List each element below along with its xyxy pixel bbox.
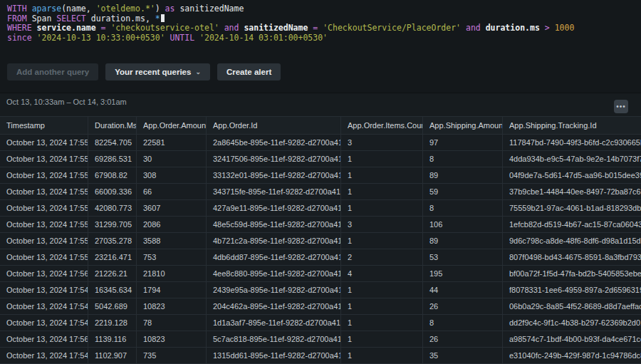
table-cell: 66: [137, 184, 207, 199]
results-table: TimestampDuration.Ms↓App.Order.AmountApp…: [0, 116, 641, 364]
table-row[interactable]: October 13, 2024 17:55:4042080.773360742…: [0, 200, 641, 217]
table-cell: 10823: [137, 331, 207, 347]
column-header-app-order-items-count[interactable]: App.Order.Items.Count: [341, 117, 423, 134]
table-row[interactable]: October 13, 2024 17:56:241139.116108235c…: [0, 331, 641, 348]
code-token: and: [461, 23, 486, 33]
add-another-query-button[interactable]: Add another query: [7, 63, 98, 80]
column-header-timestamp[interactable]: Timestamp: [0, 117, 88, 134]
table-cell: 67908.82: [88, 167, 137, 183]
table-row[interactable]: October 13, 2024 17:55:5131299.705208648…: [0, 217, 641, 233]
table-cell: 1: [341, 298, 423, 314]
table-row[interactable]: October 13, 2024 17:55:1467908.823083313…: [0, 167, 641, 184]
code-token: WHERE: [7, 23, 37, 33]
table-row[interactable]: October 13, 2024 17:54:4916345.634179424…: [0, 282, 641, 298]
table-cell: 1: [341, 184, 423, 199]
recent-queries-button[interactable]: Your recent queries ⌄: [105, 63, 210, 80]
table-cell: 42080.773: [88, 200, 137, 216]
table-cell: 5c7ac818-895e-11ef-9282-d2700a410197: [207, 331, 341, 347]
table-row[interactable]: October 13, 2024 17:54:435042.6891082320…: [0, 298, 641, 315]
table-cell: 21810: [137, 266, 207, 281]
table-cell: 1: [341, 167, 423, 183]
table-cell: 343715fe-895e-11ef-9282-d2700a410197: [207, 184, 341, 199]
table-cell: 66009.336: [88, 184, 137, 199]
column-header-app-shipping-amount[interactable]: App.Shipping.Amount: [423, 117, 503, 134]
results-panel: Oct 13, 10:33am – Oct 14, 3:01am ••• Tim…: [0, 93, 641, 364]
table-cell: 4dda934b-e9c5-47ab-9e2e-14b7073f7fae: [503, 151, 641, 167]
table-cell: 21226.21: [88, 266, 137, 281]
query-line: FROM Span SELECT duration.ms, *: [7, 14, 641, 24]
table-row[interactable]: October 13, 2024 17:54:372219.128781d1a3…: [0, 315, 641, 331]
table-cell: 807f0498-bd43-4675-8591-8a3fbd79346f: [503, 249, 641, 265]
column-header-label: App.Shipping.Amount: [429, 121, 503, 130]
table-cell: 4ee8c880-895e-11ef-9282-d2700a410197: [207, 266, 341, 281]
chevron-down-icon: ⌄: [195, 68, 201, 76]
table-cell: 75559b21-97ac-4061-b1ad-818293db4041: [503, 200, 641, 216]
table-cell: 69286.531: [88, 151, 137, 167]
code-token: =: [96, 23, 111, 33]
add-another-query-label: Add another query: [16, 68, 89, 76]
table-cell: 30: [137, 151, 207, 167]
code-token: >: [540, 23, 555, 33]
table-cell: 1794: [137, 282, 207, 298]
table-cell: 1: [341, 151, 423, 167]
table-cell: 04f9de7a-5d61-47d5-aa96-b015dee39833: [503, 167, 641, 183]
table-cell: 735: [137, 348, 207, 363]
table-header-row: TimestampDuration.Ms↓App.Order.AmountApp…: [0, 116, 641, 135]
table-cell: October 13, 2024 17:54:49: [0, 282, 88, 298]
code-token: 1000: [555, 23, 575, 33]
column-header-app-order-amount[interactable]: App.Order.Amount: [137, 117, 207, 134]
table-cell: October 13, 2024 17:55:16: [0, 184, 88, 199]
table-cell: e31040fc-249b-429f-987d-1c94786dc87f: [503, 348, 641, 363]
code-token: =: [308, 23, 323, 33]
column-header-label: App.Order.Items.Count: [348, 121, 423, 130]
table-cell: f8078331-1ee6-4959-897a-2d65963198d6: [503, 282, 641, 298]
table-cell: 27035.278: [88, 233, 137, 249]
column-header-duration-ms[interactable]: Duration.Ms↓: [88, 117, 137, 134]
query-line: since '2024-10-13 10:33:00+0530' UNTIL '…: [7, 33, 641, 43]
table-cell: 82254.705: [88, 135, 137, 150]
query-editor[interactable]: WITH aparse(name, 'oteldemo.*') as sanit…: [0, 0, 641, 61]
table-cell: 37b9cbe1-4484-40ee-8497-72ba87c6bc1b: [503, 184, 641, 199]
create-alert-button[interactable]: Create alert: [217, 63, 281, 80]
table-row[interactable]: October 13, 2024 17:55:1369286.531303241…: [0, 151, 641, 167]
table-cell: 427a9e11-895e-11ef-9282-d2700a410197: [207, 200, 341, 216]
table-cell: 35: [423, 348, 503, 363]
table-cell: 2086: [137, 217, 207, 232]
table-cell: October 13, 2024 17:54:43: [0, 298, 88, 314]
table-row[interactable]: October 13, 2024 17:55:0082254.705225812…: [0, 135, 641, 151]
table-row[interactable]: October 13, 2024 17:55:5923216.4717534db…: [0, 249, 641, 266]
code-token: duration.ms: [486, 23, 540, 33]
code-token: sanitizedName: [174, 4, 244, 14]
table-cell: 1: [341, 331, 423, 347]
column-header-label: Timestamp: [6, 121, 45, 130]
code-token: WITH: [7, 4, 32, 14]
column-header-label: App.Order.Id: [213, 121, 257, 130]
more-options-button[interactable]: •••: [614, 100, 628, 113]
table-row[interactable]: October 13, 2024 17:56:0121226.21218104e…: [0, 266, 641, 282]
table-row[interactable]: October 13, 2024 17:55:1666009.336663437…: [0, 184, 641, 200]
table-cell: 59: [423, 184, 503, 199]
table-cell: dd2f9c4c-9f1c-4b38-b297-62369b2d0123: [503, 315, 641, 331]
table-cell: 1139.116: [88, 331, 137, 347]
table-row[interactable]: October 13, 2024 17:55:5527035.27835884b…: [0, 233, 641, 249]
table-cell: October 13, 2024 17:55:40: [0, 200, 88, 216]
table-row[interactable]: October 13, 2024 17:54:211102.9077351315…: [0, 348, 641, 364]
code-token: *: [155, 14, 160, 24]
column-header-app-shipping-tracking-id[interactable]: App.Shipping.Tracking.Id: [503, 117, 641, 134]
code-token: '2024-10-13 10:33:00+0530': [37, 33, 165, 43]
create-alert-label: Create alert: [226, 68, 271, 76]
table-cell: 8: [423, 315, 503, 331]
code-token: and: [219, 23, 244, 33]
code-token: as: [165, 4, 175, 14]
table-cell: 308: [137, 167, 207, 183]
column-header-label: Duration.Ms: [95, 121, 137, 130]
table-cell: October 13, 2024 17:55:55: [0, 233, 88, 249]
table-cell: 195: [423, 266, 503, 281]
table-cell: 1: [341, 233, 423, 249]
table-cell: 26: [423, 331, 503, 347]
table-cell: 106: [423, 217, 503, 232]
table-cell: October 13, 2024 17:55:51: [0, 217, 88, 232]
table-cell: 06b0a29c-8a85-4f52-8689-d8d7aeffac8d: [503, 298, 641, 314]
column-header-app-order-id[interactable]: App.Order.Id: [207, 117, 341, 134]
code-token: aparse: [32, 4, 62, 14]
